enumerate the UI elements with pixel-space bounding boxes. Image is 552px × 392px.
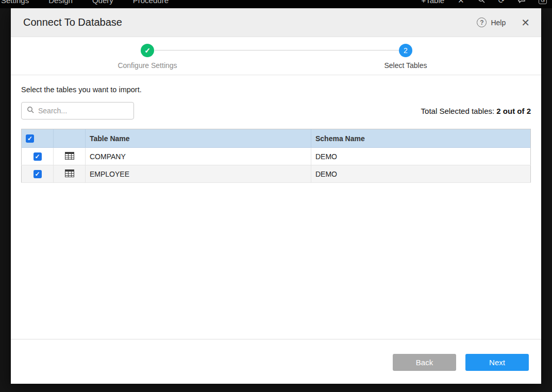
select-all-checkbox[interactable] [26, 134, 34, 143]
dialog-footer: Back Next [11, 339, 541, 384]
table-row[interactable]: COMPANY DEMO [22, 148, 531, 165]
schema-name-cell: DEMO [311, 165, 531, 183]
step-2-label: Select Tables [384, 61, 427, 70]
step-2-number: 2 [404, 46, 408, 55]
back-button[interactable]: Back [393, 354, 456, 371]
tables-list: Table Name Schema Name COMPANY DEMO [21, 129, 531, 183]
step-1-circle[interactable]: ✓ [141, 44, 154, 57]
close-icon[interactable]: ✕ [521, 18, 530, 28]
tab-procedure[interactable]: Procedure [133, 0, 169, 5]
schema-name-cell: DEMO [311, 148, 531, 165]
row-icon-cell [54, 165, 86, 183]
search-box[interactable] [21, 102, 134, 120]
refresh-icon[interactable]: ⟳ [498, 0, 505, 4]
search-input[interactable] [38, 107, 128, 115]
row-checkbox[interactable] [34, 170, 42, 178]
help-icon: ? [477, 18, 487, 27]
table-row[interactable]: EMPLOYEE DEMO [22, 165, 531, 183]
selected-tables-summary: Total Selected tables: 2 out of 2 [421, 107, 531, 115]
table-name-cell: COMPANY [86, 148, 311, 165]
summary-label: Total Selected tables: [421, 107, 495, 115]
tab-settings[interactable]: Settings [1, 0, 29, 5]
wizard-stepper: ✓ 2 Configure Settings Select Tables [11, 37, 541, 75]
chat-icon[interactable] [518, 0, 525, 4]
close-icon[interactable]: ✕ [458, 0, 464, 4]
table-name-cell: EMPLOYEE [86, 165, 311, 183]
grid-icon[interactable]: G [539, 0, 547, 4]
header-checkbox-cell [22, 129, 54, 148]
row-checkbox[interactable] [34, 152, 42, 161]
step-1-label: Configure Settings [118, 61, 177, 70]
search-icon [27, 106, 34, 115]
help-label: Help [491, 19, 506, 27]
step-2-circle[interactable]: 2 [399, 44, 412, 57]
check-icon: ✓ [144, 46, 150, 55]
dialog-header: Connect To Database ? Help ✕ [11, 8, 541, 37]
row-checkbox-cell [22, 165, 54, 183]
search-icon[interactable] [478, 0, 485, 4]
row-checkbox-cell [22, 148, 54, 165]
next-button[interactable]: Next [465, 354, 529, 371]
summary-value: 2 out of 2 [496, 107, 531, 115]
table-header-row: Table Name Schema Name [22, 129, 531, 148]
add-table-button[interactable]: +Table [421, 0, 444, 5]
dialog-body: Select the tables you want to import. To… [11, 75, 541, 183]
tab-query[interactable]: Query [92, 0, 113, 5]
help-button[interactable]: ? Help [477, 18, 506, 27]
table-icon [65, 152, 74, 161]
header-icon-cell [54, 129, 86, 148]
tab-design[interactable]: Design [48, 0, 73, 5]
row-icon-cell [54, 148, 86, 165]
instruction-text: Select the tables you want to import. [21, 86, 531, 94]
app-topbar: Settings Design Query Procedure +Table ✕… [0, 0, 552, 8]
header-table-name: Table Name [86, 129, 311, 148]
stepper-connector [155, 50, 399, 50]
table-icon [65, 169, 74, 179]
toolbar-row: Total Selected tables: 2 out of 2 [21, 102, 531, 120]
connect-to-database-dialog: Connect To Database ? Help ✕ ✓ 2 Configu… [11, 8, 541, 384]
dialog-title: Connect To Database [23, 16, 477, 28]
header-schema-name: Schema Name [311, 129, 531, 148]
